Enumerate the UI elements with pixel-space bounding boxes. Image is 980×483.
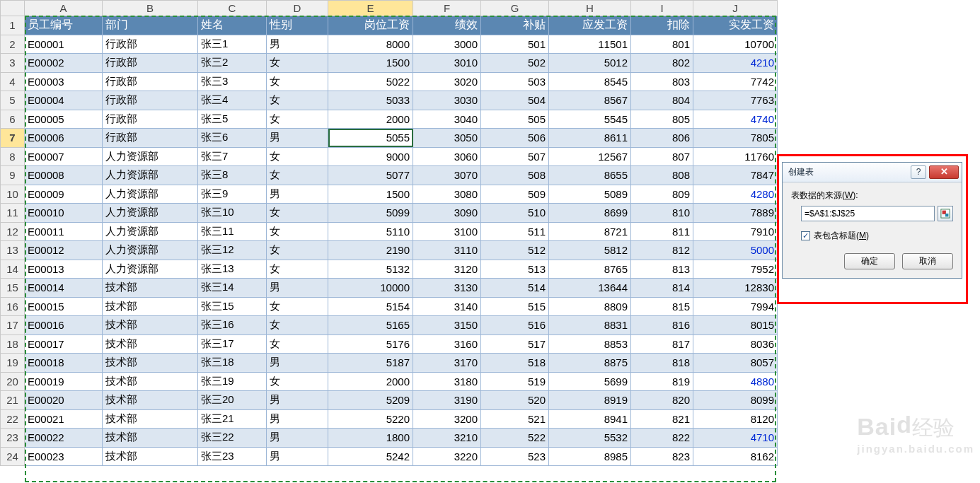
header-cell-B[interactable]: 部门 bbox=[103, 16, 198, 35]
cell-I2[interactable]: 801 bbox=[631, 35, 693, 54]
cell-H2[interactable]: 11501 bbox=[549, 35, 631, 54]
cell-F2[interactable]: 3000 bbox=[413, 35, 481, 54]
cell-D15[interactable]: 男 bbox=[267, 279, 328, 298]
dialog-titlebar[interactable]: 创建表 ? ✕ bbox=[783, 163, 962, 182]
cell-H5[interactable]: 8567 bbox=[549, 91, 631, 110]
cell-C20[interactable]: 张三19 bbox=[198, 372, 267, 391]
column-header-D[interactable]: D bbox=[267, 1, 328, 16]
cell-B18[interactable]: 技术部 bbox=[103, 334, 198, 354]
cell-I6[interactable]: 805 bbox=[631, 110, 693, 129]
cell-E10[interactable]: 1500 bbox=[328, 185, 413, 204]
cell-E4[interactable]: 5022 bbox=[328, 72, 413, 91]
cell-A11[interactable]: E00010 bbox=[25, 204, 103, 223]
cell-E7[interactable]: 5055 bbox=[328, 129, 413, 148]
cell-D12[interactable]: 女 bbox=[267, 222, 328, 241]
cell-G23[interactable]: 522 bbox=[481, 429, 549, 448]
row-header-2[interactable]: 2 bbox=[1, 35, 25, 54]
cell-B19[interactable]: 技术部 bbox=[103, 354, 198, 373]
cell-E18[interactable]: 5176 bbox=[328, 334, 413, 354]
cell-C11[interactable]: 张三10 bbox=[198, 204, 267, 223]
cell-B5[interactable]: 行政部 bbox=[103, 91, 198, 110]
cell-E19[interactable]: 5187 bbox=[328, 354, 413, 373]
cell-C15[interactable]: 张三14 bbox=[198, 279, 267, 298]
cell-G6[interactable]: 505 bbox=[481, 110, 549, 129]
cell-D18[interactable]: 女 bbox=[267, 334, 328, 354]
row-header-4[interactable]: 4 bbox=[1, 72, 25, 91]
cell-A10[interactable]: E00009 bbox=[25, 185, 103, 204]
cell-D7[interactable]: 男 bbox=[267, 129, 328, 148]
row-header-19[interactable]: 19 bbox=[1, 354, 25, 373]
cell-D21[interactable]: 男 bbox=[267, 391, 328, 410]
row-header-3[interactable]: 3 bbox=[1, 54, 25, 73]
cell-A19[interactable]: E00018 bbox=[25, 354, 103, 373]
cell-I21[interactable]: 820 bbox=[631, 391, 693, 410]
column-header-C[interactable]: C bbox=[198, 1, 267, 16]
select-all-corner[interactable] bbox=[1, 1, 25, 16]
cell-B14[interactable]: 人力资源部 bbox=[103, 260, 198, 279]
cell-G10[interactable]: 509 bbox=[481, 185, 549, 204]
row-header-15[interactable]: 15 bbox=[1, 279, 25, 298]
cell-G3[interactable]: 502 bbox=[481, 54, 549, 73]
cell-D2[interactable]: 男 bbox=[267, 35, 328, 54]
cell-J19[interactable]: 8057 bbox=[693, 354, 778, 373]
row-header-20[interactable]: 20 bbox=[1, 372, 25, 391]
cell-C9[interactable]: 张三8 bbox=[198, 166, 267, 185]
cell-C22[interactable]: 张三21 bbox=[198, 409, 267, 429]
cell-I5[interactable]: 804 bbox=[631, 91, 693, 110]
cell-J6[interactable]: 4740 bbox=[693, 110, 778, 129]
cell-G22[interactable]: 521 bbox=[481, 409, 549, 429]
cell-H6[interactable]: 5545 bbox=[549, 110, 631, 129]
cell-A13[interactable]: E00012 bbox=[25, 241, 103, 260]
cell-C18[interactable]: 张三17 bbox=[198, 334, 267, 354]
cell-F6[interactable]: 3040 bbox=[413, 110, 481, 129]
cell-H10[interactable]: 5089 bbox=[549, 185, 631, 204]
cell-H9[interactable]: 8655 bbox=[549, 166, 631, 185]
cell-A21[interactable]: E00020 bbox=[25, 391, 103, 410]
column-header-E[interactable]: E bbox=[328, 1, 413, 16]
cell-A17[interactable]: E00016 bbox=[25, 316, 103, 335]
cell-C8[interactable]: 张三7 bbox=[198, 147, 267, 166]
cell-G12[interactable]: 511 bbox=[481, 222, 549, 241]
cell-B15[interactable]: 技术部 bbox=[103, 279, 198, 298]
cell-A15[interactable]: E00014 bbox=[25, 279, 103, 298]
cell-C23[interactable]: 张三22 bbox=[198, 429, 267, 448]
cell-G5[interactable]: 504 bbox=[481, 91, 549, 110]
cell-B12[interactable]: 人力资源部 bbox=[103, 222, 198, 241]
cell-J2[interactable]: 10700 bbox=[693, 35, 778, 54]
cell-A5[interactable]: E00004 bbox=[25, 91, 103, 110]
cell-E22[interactable]: 5220 bbox=[328, 409, 413, 429]
cell-G11[interactable]: 510 bbox=[481, 204, 549, 223]
cell-H24[interactable]: 8985 bbox=[549, 447, 631, 466]
cell-H16[interactable]: 8809 bbox=[549, 297, 631, 316]
row-header-6[interactable]: 6 bbox=[1, 110, 25, 129]
cell-A6[interactable]: E00005 bbox=[25, 110, 103, 129]
column-header-B[interactable]: B bbox=[103, 1, 198, 16]
cell-A9[interactable]: E00008 bbox=[25, 166, 103, 185]
cell-I20[interactable]: 819 bbox=[631, 372, 693, 391]
row-header-8[interactable]: 8 bbox=[1, 147, 25, 166]
cell-B17[interactable]: 技术部 bbox=[103, 316, 198, 335]
row-header-16[interactable]: 16 bbox=[1, 297, 25, 316]
cell-H19[interactable]: 8875 bbox=[549, 354, 631, 373]
cell-H4[interactable]: 8545 bbox=[549, 72, 631, 91]
header-cell-C[interactable]: 姓名 bbox=[198, 16, 267, 35]
cell-H23[interactable]: 5532 bbox=[549, 429, 631, 448]
cell-B6[interactable]: 行政部 bbox=[103, 110, 198, 129]
cell-F15[interactable]: 3130 bbox=[413, 279, 481, 298]
cell-E2[interactable]: 8000 bbox=[328, 35, 413, 54]
cell-D10[interactable]: 男 bbox=[267, 185, 328, 204]
cell-C6[interactable]: 张三5 bbox=[198, 110, 267, 129]
cell-D17[interactable]: 女 bbox=[267, 316, 328, 335]
cell-H22[interactable]: 8941 bbox=[549, 409, 631, 429]
cell-E8[interactable]: 9000 bbox=[328, 147, 413, 166]
cell-B21[interactable]: 技术部 bbox=[103, 391, 198, 410]
cell-H20[interactable]: 5699 bbox=[549, 372, 631, 391]
cell-B20[interactable]: 技术部 bbox=[103, 372, 198, 391]
cell-E15[interactable]: 10000 bbox=[328, 279, 413, 298]
cancel-button[interactable]: 取消 bbox=[902, 253, 953, 269]
row-header-1[interactable]: 1 bbox=[1, 16, 25, 35]
cell-A3[interactable]: E00002 bbox=[25, 54, 103, 73]
cell-D16[interactable]: 女 bbox=[267, 297, 328, 316]
cell-C12[interactable]: 张三11 bbox=[198, 222, 267, 241]
cell-G21[interactable]: 520 bbox=[481, 391, 549, 410]
